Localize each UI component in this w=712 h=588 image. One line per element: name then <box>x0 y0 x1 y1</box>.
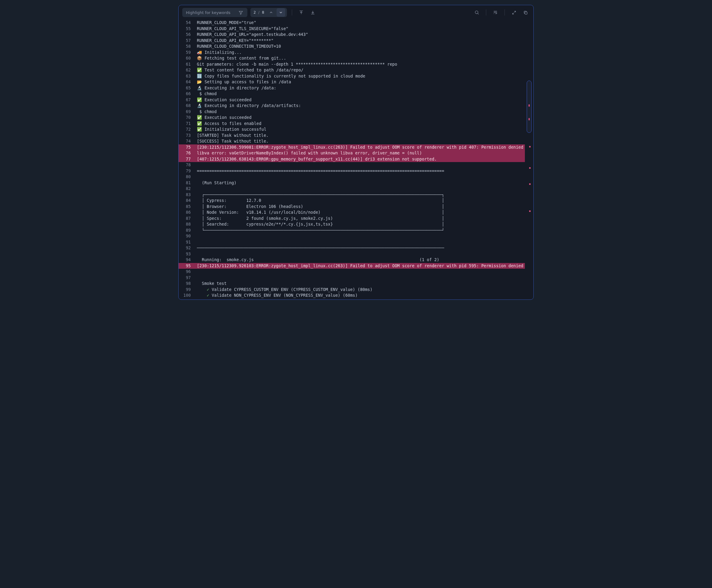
line-text: (Run Starting) <box>194 180 525 186</box>
line-number: 68 <box>179 103 194 109</box>
line-number: 77 <box>179 156 194 162</box>
line-text: 🔢 Copy files functionality is currently … <box>194 73 525 79</box>
log-line: 66 $ chmod <box>179 91 525 97</box>
log-line: 96 <box>179 269 525 275</box>
log-line: 68🔬 Executing in directory /data/artifac… <box>179 103 525 109</box>
line-number: 67 <box>179 97 194 103</box>
log-line: 59🚚 Initializing... <box>179 49 525 56</box>
line-number: 86 <box>179 209 194 215</box>
scroll-to-top-button[interactable] <box>297 8 305 17</box>
log-line: 70✅ Execution succeeded <box>179 114 525 121</box>
log-line: 99 ✓ Validate CYPRESS_CUSTOM_ENV ENV (CY… <box>179 287 525 293</box>
line-number: 65 <box>179 85 194 91</box>
log-line: 56RUNNER_CLOUD_API_URL="agent.testkube.d… <box>179 31 525 38</box>
line-text: [407:1215/112306.638143:ERROR:gpu_memory… <box>194 156 525 162</box>
log-line: 86 │ Node Version: v18.14.1 (/usr/local/… <box>179 209 525 215</box>
line-number: 54 <box>179 20 194 26</box>
log-line: 72✅ Initialization successful <box>179 126 525 132</box>
log-line: 54RUNNER_CLOUD_MODE="true" <box>179 20 525 26</box>
filter-icon[interactable] <box>237 8 245 17</box>
line-number: 74 <box>179 138 194 144</box>
line-number: 81 <box>179 180 194 186</box>
log-line: 62✅ Test content fetched to path /data/r… <box>179 67 525 73</box>
line-number: 57 <box>179 38 194 44</box>
log-viewer-panel: Highlight for keywords 2 / 8 <box>178 5 534 300</box>
line-text: RUNNER_CLOUD_MODE="true" <box>194 20 525 26</box>
search-highlight-input[interactable]: Highlight for keywords <box>182 8 247 17</box>
line-text <box>194 233 525 239</box>
line-number: 60 <box>179 55 194 61</box>
line-text: [SUCCESS] Task without title. <box>194 138 525 144</box>
line-text: $ chmod <box>194 91 525 97</box>
line-text: libva error: vaGetDriverNameByIndex() fa… <box>194 150 525 156</box>
line-text: Git parameters: clone -b main --depth 1 … <box>194 61 525 67</box>
log-toolbar: Highlight for keywords 2 / 8 <box>179 5 533 20</box>
line-number: 91 <box>179 239 194 245</box>
line-number: 56 <box>179 31 194 38</box>
log-body[interactable]: 54RUNNER_CLOUD_MODE="true"55RUNNER_CLOUD… <box>179 20 533 299</box>
line-number: 93 <box>179 251 194 257</box>
log-line: 83 ┌────────────────────────────────────… <box>179 192 525 198</box>
line-text: │ Specs: 2 found (smoke.cy.js, smoke2.cy… <box>194 215 525 222</box>
svg-rect-1 <box>525 12 527 14</box>
log-line: 98 Smoke test <box>179 281 525 287</box>
log-line: 97 <box>179 275 525 281</box>
fullscreen-icon[interactable] <box>510 8 518 17</box>
line-number: 66 <box>179 91 194 97</box>
line-text: ✅ Execution succeeded <box>194 97 525 103</box>
match-navigator: 2 / 8 <box>250 8 287 17</box>
line-number: 92 <box>179 245 194 251</box>
log-line: 84 │ Cypress: 12.7.0 │ <box>179 197 525 204</box>
log-line-error: 76libva error: vaGetDriverNameByIndex() … <box>179 150 525 156</box>
line-text: 📂 Setting up access to files in /data <box>194 79 525 85</box>
log-line-error: 75[230:1215/112306.599081:ERROR:zygote_h… <box>179 144 525 150</box>
line-text: ✅ Initialization successful <box>194 126 525 132</box>
log-line-error: 95[230:1215/112309.926103:ERROR:zygote_h… <box>179 263 525 269</box>
line-number: 83 <box>179 192 194 198</box>
line-text: [230:1215/112309.926103:ERROR:zygote_hos… <box>194 263 525 269</box>
line-number: 71 <box>179 121 194 127</box>
log-line: 81 (Run Starting) <box>179 180 525 186</box>
line-text <box>194 162 525 168</box>
line-text: Smoke test <box>194 281 525 287</box>
gutter-error-marker <box>529 210 531 212</box>
log-line: 71✅ Access to files enabled <box>179 121 525 127</box>
copy-icon[interactable] <box>521 8 530 17</box>
search-icon[interactable] <box>472 8 481 17</box>
line-text <box>194 275 525 281</box>
log-line: 90 <box>179 233 525 239</box>
line-number: 99 <box>179 287 194 293</box>
toolbar-separator <box>292 9 292 16</box>
next-match-button[interactable] <box>277 8 285 17</box>
log-line: 63🔢 Copy files functionality is currentl… <box>179 73 525 79</box>
toolbar-separator <box>486 9 486 16</box>
log-line: 74[SUCCESS] Task without title. <box>179 138 525 144</box>
wrap-lines-icon[interactable] <box>491 8 500 17</box>
svg-point-0 <box>475 11 478 14</box>
line-text: │ Searched: cypress/e2e/**/*.cy.{js,jsx,… <box>194 221 525 227</box>
check-pass-icon: ✓ <box>207 293 209 298</box>
log-line: 64📂 Setting up access to files in /data <box>179 79 525 85</box>
prev-match-button[interactable] <box>267 8 276 17</box>
line-number: 58 <box>179 43 194 49</box>
line-number: 89 <box>179 227 194 233</box>
line-number: 87 <box>179 215 194 222</box>
line-text: Running: smoke.cy.js (1 of 2) <box>194 257 525 263</box>
log-lines: 54RUNNER_CLOUD_MODE="true"55RUNNER_CLOUD… <box>179 20 525 299</box>
line-number: 94 <box>179 257 194 263</box>
line-text: │ Cypress: 12.7.0 │ <box>194 197 525 204</box>
line-number: 96 <box>179 269 194 275</box>
log-line: 69 $ chmod <box>179 109 525 115</box>
gutter-error-marker <box>529 183 531 185</box>
line-text: ✅ Test content fetched to path /data/rep… <box>194 67 525 73</box>
log-line: 78 <box>179 162 525 168</box>
line-text <box>194 251 525 257</box>
log-line: 93 <box>179 251 525 257</box>
minimap-scrollbar[interactable] <box>527 81 532 133</box>
search-placeholder: Highlight for keywords <box>186 10 230 15</box>
line-number: 84 <box>179 197 194 204</box>
line-number: 69 <box>179 109 194 115</box>
line-number: 59 <box>179 49 194 56</box>
scroll-to-bottom-button[interactable] <box>308 8 317 17</box>
line-number: 64 <box>179 79 194 85</box>
